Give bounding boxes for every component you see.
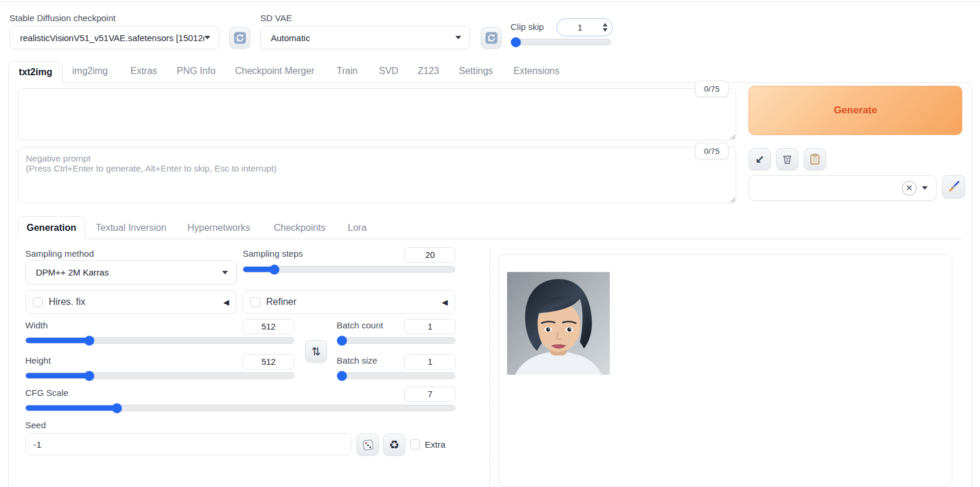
- step-up-icon[interactable]: [603, 23, 608, 26]
- prompt-input[interactable]: [18, 88, 736, 140]
- accordion-collapse-icon[interactable]: ◀: [442, 298, 448, 307]
- clear-styles-icon[interactable]: ✕: [902, 181, 917, 196]
- dice-icon: [362, 439, 374, 451]
- vae-dropdown[interactable]: Automatic: [260, 26, 470, 49]
- subtab-hypernetworks[interactable]: Hypernetworks: [187, 223, 250, 233]
- tab-settings[interactable]: Settings: [459, 66, 493, 76]
- clip-skip-label: Clip skip: [511, 22, 544, 32]
- batch-size-value[interactable]: 1: [404, 354, 456, 370]
- checkpoint-value: realisticVisionV51_v51VAE.safetensors [1…: [20, 33, 204, 43]
- width-slider[interactable]: [25, 337, 294, 344]
- paste-generation-params-button[interactable]: ↙: [749, 148, 771, 170]
- batch-size-slider[interactable]: [337, 372, 455, 379]
- clip-skip-slider[interactable]: [511, 39, 611, 45]
- cfg-scale-slider[interactable]: [25, 405, 455, 411]
- tab-label: Generation: [26, 223, 76, 233]
- slider-knob[interactable]: [84, 371, 94, 381]
- slider-fill: [26, 373, 89, 378]
- sampling-method-label: Sampling method: [25, 248, 94, 258]
- random-seed-button[interactable]: [357, 434, 379, 456]
- batch-size-label: Batch size: [337, 355, 377, 365]
- slider-fill: [26, 405, 117, 411]
- height-slider[interactable]: [25, 372, 294, 379]
- sampling-steps-label: Sampling steps: [243, 248, 303, 258]
- paintbrush-icon: [947, 180, 961, 194]
- column-divider: [489, 250, 490, 487]
- batch-count-slider[interactable]: [337, 337, 455, 344]
- seed-label: Seed: [25, 420, 46, 430]
- subtab-checkpoints[interactable]: Checkpoints: [274, 223, 325, 233]
- batch-count-value[interactable]: 1: [404, 319, 456, 334]
- hires-fix-accordion[interactable]: Hires. fix ◀: [25, 290, 237, 314]
- sampling-method-dropdown[interactable]: DPM++ 2M Karras: [25, 260, 237, 284]
- refiner-checkbox[interactable]: [250, 297, 260, 307]
- height-value[interactable]: 512: [243, 354, 294, 370]
- counter-text: 0/75: [704, 147, 719, 156]
- tab-z123[interactable]: Z123: [418, 66, 439, 76]
- top-divider: [0, 1, 980, 2]
- clipboard-icon: [808, 153, 821, 166]
- tab-txt2img[interactable]: txt2img: [8, 61, 63, 83]
- chevron-down-icon: [204, 36, 210, 39]
- chevron-down-icon: [922, 186, 928, 190]
- tab-img2img[interactable]: img2img: [72, 66, 108, 76]
- reuse-seed-button[interactable]: ♻: [383, 434, 405, 456]
- apply-styles-button[interactable]: [804, 148, 826, 170]
- refiner-accordion[interactable]: Refiner ◀: [243, 290, 455, 314]
- tab-png-info[interactable]: PNG Info: [177, 66, 216, 76]
- checkpoint-label: Stable Diffusion checkpoint: [9, 13, 116, 23]
- vae-value: Automatic: [271, 33, 310, 43]
- cfg-scale-label: CFG Scale: [25, 388, 68, 398]
- subtab-divider: [18, 239, 962, 239]
- generate-label: Generate: [834, 105, 877, 116]
- slider-fill: [26, 338, 89, 343]
- value-text: 1: [428, 357, 432, 367]
- cfg-scale-value[interactable]: 7: [404, 387, 456, 402]
- negative-prompt-input[interactable]: [18, 147, 736, 203]
- tab-train[interactable]: Train: [337, 66, 358, 76]
- stepper-arrows[interactable]: [603, 23, 608, 32]
- step-down-icon[interactable]: [603, 28, 608, 32]
- clip-skip-input[interactable]: 1: [556, 18, 613, 36]
- slider-knob[interactable]: [112, 403, 122, 413]
- chevron-down-icon: [455, 36, 461, 39]
- styles-dropdown[interactable]: ✕: [749, 175, 937, 201]
- value-text: 7: [428, 389, 432, 399]
- width-label: Width: [25, 320, 48, 330]
- checkpoint-dropdown[interactable]: realisticVisionV51_v51VAE.safetensors [1…: [9, 26, 219, 49]
- tab-extras[interactable]: Extras: [130, 66, 157, 76]
- subtab-generation[interactable]: Generation: [18, 216, 85, 239]
- sampling-steps-value[interactable]: 20: [404, 247, 456, 263]
- accordion-collapse-icon[interactable]: ◀: [223, 298, 229, 307]
- sampling-steps-slider[interactable]: [243, 266, 455, 273]
- slider-knob[interactable]: [269, 264, 279, 274]
- subtab-lora[interactable]: Lora: [348, 223, 367, 233]
- tab-checkpoint-merger[interactable]: Checkpoint Merger: [235, 66, 314, 76]
- clear-prompt-button[interactable]: [776, 148, 798, 170]
- slider-knob[interactable]: [337, 335, 347, 345]
- generated-image-thumbnail[interactable]: [507, 272, 610, 375]
- recycle-icon: ♻: [389, 438, 400, 452]
- batch-count-label: Batch count: [337, 320, 383, 330]
- value-text: 512: [261, 322, 276, 331]
- refresh-checkpoint-button[interactable]: [229, 27, 250, 49]
- width-value[interactable]: 512: [243, 319, 294, 334]
- tab-svd[interactable]: SVD: [379, 66, 398, 76]
- slider-knob[interactable]: [84, 335, 94, 345]
- seed-value: -1: [33, 439, 41, 449]
- tab-extensions[interactable]: Extensions: [514, 66, 559, 76]
- value-text: 20: [425, 250, 435, 260]
- slider-knob[interactable]: [337, 371, 347, 381]
- generate-button[interactable]: Generate: [749, 86, 962, 135]
- output-gallery[interactable]: [498, 254, 952, 487]
- seed-extra-checkbox[interactable]: [410, 439, 420, 449]
- seed-input[interactable]: -1: [25, 433, 351, 455]
- swap-width-height-button[interactable]: ⇅: [305, 340, 327, 362]
- edit-styles-button[interactable]: [942, 175, 965, 199]
- trash-icon: [781, 153, 794, 166]
- slider-knob[interactable]: [511, 37, 521, 47]
- subtab-textual-inversion[interactable]: Textual Inversion: [96, 223, 166, 233]
- chevron-down-icon: [222, 271, 228, 274]
- refresh-vae-button[interactable]: [481, 27, 502, 49]
- hires-fix-checkbox[interactable]: [33, 297, 43, 307]
